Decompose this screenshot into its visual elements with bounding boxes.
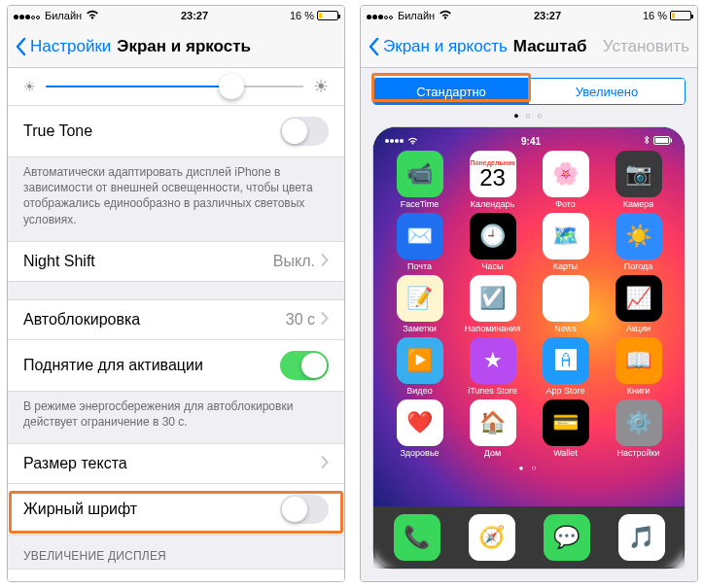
chevron-right-icon <box>321 455 329 472</box>
app-news: 🅽News <box>531 275 600 333</box>
app-камера: 📷Камера <box>604 151 673 209</box>
nav-bar: Настройки Экран и яркость <box>8 25 344 68</box>
preview-bluetooth-icon <box>644 135 650 147</box>
app-напоминания: ☑️Напоминания <box>458 275 527 333</box>
status-time: 23:27 <box>99 10 290 21</box>
autolock-row[interactable]: Автоблокировка 30 с <box>8 299 344 340</box>
battery-label: 16 % <box>290 10 314 21</box>
preview-time: 9:41 <box>418 136 644 147</box>
night-shift-row[interactable]: Night Shift Выкл. <box>8 241 344 282</box>
app-почта: ✉️Почта <box>385 213 454 271</box>
preview-signal-icon <box>385 139 404 143</box>
raise-label: Поднятие для активации <box>23 357 280 374</box>
battery-icon <box>317 11 338 20</box>
preview-status-bar: 9:41 <box>379 133 679 149</box>
text-size-label: Размер текста <box>23 455 321 472</box>
seg-zoom[interactable]: Увеличено <box>529 79 685 104</box>
app-календарь: Понедельник23Календарь <box>458 151 527 209</box>
true-tone-switch[interactable] <box>280 117 329 146</box>
dock-music: 🎵 <box>618 514 665 561</box>
page-title: Экран и яркость <box>117 37 251 56</box>
app-карты: 🗺️Карты <box>531 213 600 271</box>
true-tone-label: True Tone <box>23 122 280 140</box>
sun-small-icon: ☀︎ <box>23 79 36 94</box>
preview-battery-icon <box>653 136 673 147</box>
seg-standard[interactable]: Стандартно <box>373 79 529 104</box>
page-title: Масштаб <box>513 37 587 56</box>
app-погода: ☀️Погода <box>604 213 673 271</box>
brightness-slider-row[interactable]: ☀︎ ☀︎ <box>8 68 344 106</box>
raise-desc: В режиме энергосбережения для автоблокир… <box>8 392 344 443</box>
view-value: Стандартно <box>229 580 315 581</box>
wifi-icon <box>439 10 452 21</box>
carrier-label: Билайн <box>398 10 435 21</box>
app-facetime: 📹FaceTime <box>385 151 454 209</box>
bold-label: Жирный шрифт <box>23 501 280 518</box>
night-shift-label: Night Shift <box>23 253 273 270</box>
app-настройки: ⚙️Настройки <box>604 399 673 458</box>
dock-safari: 🧭 <box>469 514 515 561</box>
back-label: Настройки <box>30 37 111 56</box>
app-wallet: 💳Wallet <box>531 399 600 458</box>
text-size-row[interactable]: Размер текста <box>8 443 344 484</box>
autolock-label: Автоблокировка <box>23 311 286 329</box>
chevron-right-icon <box>321 580 329 581</box>
app-app store: 🅰App Store <box>531 337 600 396</box>
preview-page-dots: ● ○ <box>379 460 679 474</box>
display-zoom-header: УВЕЛИЧЕНИЕ ДИСПЛЕЯ <box>8 536 344 569</box>
back-button[interactable]: Экран и яркость <box>369 37 508 56</box>
zoom-screen: Билайн 23:27 16 % Экран и яркость Масшта… <box>360 5 698 582</box>
zoom-segmented[interactable]: Стандартно Увеличено <box>372 78 686 105</box>
app-здоровье: ❤️Здоровье <box>385 399 454 458</box>
set-button[interactable]: Установить <box>603 37 689 56</box>
nav-bar: Экран и яркость Масштаб Установить <box>361 25 697 68</box>
settings-content: ☀︎ ☀︎ True Tone Автоматически адаптирова… <box>8 68 344 581</box>
true-tone-desc: Автоматически адаптировать дисплей iPhon… <box>8 157 344 241</box>
app-часы: 🕘Часы <box>458 213 527 271</box>
svg-rect-1 <box>655 138 668 143</box>
autolock-value: 30 с <box>286 311 315 329</box>
brightness-slider[interactable] <box>46 86 303 87</box>
app-заметки: 📝Заметки <box>385 275 454 333</box>
app-акции: 📈Акции <box>604 275 673 333</box>
dock-phone: 📞 <box>394 514 440 561</box>
preview-wifi-icon <box>407 136 418 147</box>
settings-screen: Билайн 23:27 16 % Настройки Экран и ярко… <box>7 5 345 582</box>
chevron-right-icon <box>321 253 329 270</box>
raise-to-wake-row[interactable]: Поднятие для активации <box>8 340 344 392</box>
view-label: Вид <box>23 580 229 581</box>
app-фото: 🌸Фото <box>531 151 600 209</box>
back-label: Экран и яркость <box>383 37 508 56</box>
bold-text-row[interactable]: Жирный шрифт <box>8 484 344 536</box>
bold-switch[interactable] <box>280 495 329 524</box>
zoom-content: Стандартно Увеличено ● ○ ○ 9:41 <box>361 68 697 581</box>
back-button[interactable]: Настройки <box>16 37 111 56</box>
sun-large-icon: ☀︎ <box>313 76 329 97</box>
night-shift-value: Выкл. <box>273 253 315 270</box>
signal-icon <box>367 10 394 21</box>
true-tone-row[interactable]: True Tone <box>8 106 344 157</box>
dock-messages: 💬 <box>544 514 590 561</box>
carrier-label: Билайн <box>45 10 82 21</box>
status-bar: Билайн 23:27 16 % <box>361 6 697 25</box>
home-preview: 9:41 📹FaceTimeПонедельник23Календарь🌸Фот… <box>372 126 686 570</box>
preview-dock: 📞🧭💬🎵 <box>373 506 685 569</box>
status-time: 23:27 <box>452 10 643 21</box>
app-дом: 🏠Дом <box>458 399 527 458</box>
signal-icon <box>14 10 41 21</box>
app-itunes store: ★iTunes Store <box>458 337 527 396</box>
battery-label: 16 % <box>643 10 667 21</box>
svg-rect-2 <box>671 138 673 142</box>
chevron-right-icon <box>321 311 329 329</box>
app-видео: ▶️Видео <box>385 337 454 396</box>
wifi-icon <box>86 10 99 21</box>
page-indicator: ● ○ ○ <box>361 111 697 126</box>
view-row[interactable]: Вид Стандартно <box>8 569 344 581</box>
status-bar: Билайн 23:27 16 % <box>8 6 344 25</box>
app-книги: 📖Книги <box>604 337 673 396</box>
raise-switch[interactable] <box>280 351 329 380</box>
battery-icon <box>670 11 691 20</box>
